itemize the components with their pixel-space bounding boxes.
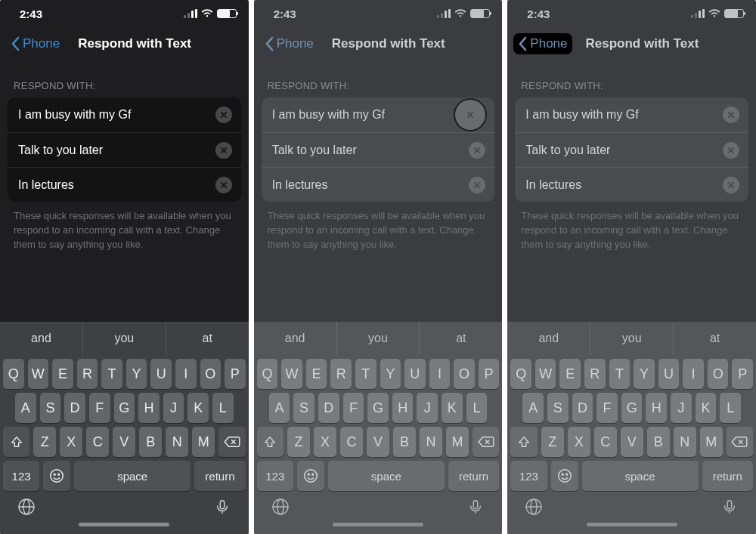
clear-button[interactable] — [215, 142, 232, 159]
key-X[interactable]: X — [60, 427, 82, 457]
shift-key[interactable] — [257, 427, 284, 457]
suggestion[interactable]: you — [83, 322, 166, 355]
return-key[interactable]: return — [448, 461, 499, 491]
mic-icon[interactable] — [212, 497, 232, 517]
home-indicator[interactable] — [587, 523, 677, 526]
response-row[interactable]: I am busy with my Gf — [262, 97, 495, 132]
emoji-key[interactable] — [551, 461, 578, 491]
response-row[interactable]: I am busy with my Gf — [515, 97, 748, 132]
shift-key[interactable] — [510, 427, 537, 457]
key-D[interactable]: D — [318, 393, 339, 423]
key-J[interactable]: J — [417, 393, 438, 423]
space-key[interactable]: space — [328, 461, 445, 491]
clear-button[interactable] — [455, 100, 485, 130]
clear-button[interactable] — [723, 142, 739, 159]
key-P[interactable]: P — [732, 359, 753, 389]
delete-key[interactable] — [727, 427, 753, 457]
key-K[interactable]: K — [696, 393, 717, 423]
response-row[interactable]: In lectures — [515, 167, 748, 202]
key-Z[interactable]: Z — [33, 427, 56, 457]
key-O[interactable]: O — [200, 359, 222, 389]
key-N[interactable]: N — [420, 427, 442, 457]
key-A[interactable]: A — [269, 393, 290, 423]
key-D[interactable]: D — [64, 393, 85, 423]
key-S[interactable]: S — [547, 393, 569, 423]
key-L[interactable]: L — [466, 393, 488, 423]
key-J[interactable]: J — [163, 393, 184, 423]
key-H[interactable]: H — [646, 393, 667, 423]
suggestion[interactable]: at — [420, 322, 502, 355]
key-F[interactable]: F — [89, 393, 110, 423]
clear-button[interactable] — [469, 142, 485, 159]
key-X[interactable]: X — [568, 427, 590, 457]
key-V[interactable]: V — [621, 427, 643, 457]
key-U[interactable]: U — [658, 359, 680, 389]
key-U[interactable]: U — [404, 359, 426, 389]
key-C[interactable]: C — [86, 427, 109, 457]
suggestion[interactable]: you — [337, 322, 420, 355]
clear-button[interactable] — [723, 106, 739, 123]
clear-button[interactable] — [215, 106, 232, 123]
globe-icon[interactable] — [17, 497, 36, 517]
key-A[interactable]: A — [15, 393, 36, 423]
suggestion[interactable]: and — [254, 322, 337, 355]
key-I[interactable]: I — [429, 359, 451, 389]
key-Z[interactable]: Z — [287, 427, 310, 457]
return-key[interactable]: return — [702, 461, 753, 491]
key-R[interactable]: R — [77, 359, 98, 389]
globe-icon[interactable] — [524, 497, 544, 517]
response-row[interactable]: Talk to you later — [515, 132, 748, 167]
emoji-key[interactable] — [43, 461, 70, 491]
key-F[interactable]: F — [596, 393, 618, 423]
key-V[interactable]: V — [113, 427, 135, 457]
key-M[interactable]: M — [192, 427, 215, 457]
key-T[interactable]: T — [609, 359, 631, 389]
key-W[interactable]: W — [28, 359, 49, 389]
emoji-key[interactable] — [297, 461, 324, 491]
delete-key[interactable] — [472, 427, 499, 457]
suggestion[interactable]: and — [0, 322, 83, 355]
clear-button[interactable] — [215, 177, 232, 193]
key-P[interactable]: P — [225, 359, 246, 389]
key-I[interactable]: I — [683, 359, 704, 389]
key-G[interactable]: G — [621, 393, 643, 423]
response-row[interactable]: Talk to you later — [8, 132, 241, 167]
mic-icon[interactable] — [466, 497, 485, 517]
numbers-key[interactable]: 123 — [510, 461, 547, 491]
key-T[interactable]: T — [101, 359, 122, 389]
key-V[interactable]: V — [367, 427, 389, 457]
return-key[interactable]: return — [194, 461, 245, 491]
clear-button[interactable] — [723, 177, 739, 193]
key-Y[interactable]: Y — [634, 359, 655, 389]
key-E[interactable]: E — [559, 359, 581, 389]
response-row[interactable]: Talk to you later — [262, 132, 495, 167]
response-row[interactable]: In lectures — [8, 167, 241, 202]
suggestion[interactable]: and — [507, 322, 590, 355]
space-key[interactable]: space — [74, 461, 191, 491]
key-Q[interactable]: Q — [510, 359, 531, 389]
key-O[interactable]: O — [454, 359, 475, 389]
key-L[interactable]: L — [720, 393, 741, 423]
key-C[interactable]: C — [340, 427, 363, 457]
globe-icon[interactable] — [271, 497, 290, 517]
delete-key[interactable] — [218, 427, 245, 457]
key-D[interactable]: D — [572, 393, 593, 423]
key-B[interactable]: B — [647, 427, 670, 457]
key-Q[interactable]: Q — [3, 359, 24, 389]
key-Z[interactable]: Z — [541, 427, 564, 457]
key-M[interactable]: M — [700, 427, 723, 457]
response-row[interactable]: I am busy with my Gf — [8, 97, 241, 132]
key-G[interactable]: G — [114, 393, 135, 423]
key-G[interactable]: G — [367, 393, 389, 423]
key-I[interactable]: I — [175, 359, 197, 389]
key-S[interactable]: S — [293, 393, 314, 423]
clear-button[interactable] — [469, 177, 485, 193]
key-J[interactable]: J — [671, 393, 692, 423]
key-S[interactable]: S — [40, 393, 61, 423]
home-indicator[interactable] — [79, 523, 169, 526]
key-A[interactable]: A — [522, 393, 544, 423]
key-R[interactable]: R — [584, 359, 606, 389]
key-U[interactable]: U — [150, 359, 172, 389]
suggestion[interactable]: you — [590, 322, 674, 355]
key-B[interactable]: B — [393, 427, 416, 457]
